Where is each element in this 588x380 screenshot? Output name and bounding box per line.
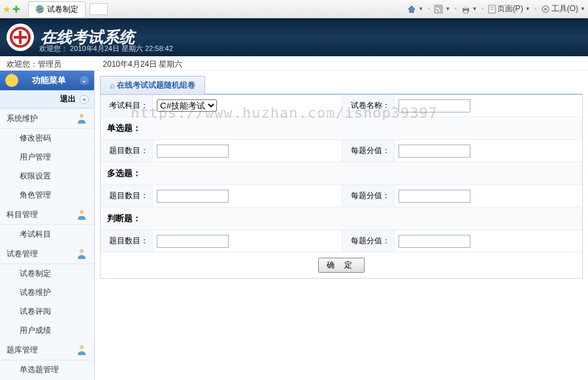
multi-score-input[interactable] [399, 190, 470, 203]
sidebar-item-single-choice[interactable]: 单选题管理 [0, 360, 94, 379]
section-system[interactable]: 系统维护 [0, 109, 94, 129]
section-paper[interactable]: 试卷管理 [0, 244, 94, 264]
multi-count-input[interactable] [157, 190, 229, 203]
info-date: 2010年4月24日 星期六 [103, 60, 182, 69]
browser-toolbar: ★ ✚ 试卷制定 ▼ • ▼ • ▼ • 页面(P) ▼ • 工具(O) ▼ [0, 0, 588, 18]
app-logo [7, 24, 34, 51]
browser-tab[interactable]: 试卷制定 [28, 1, 86, 17]
submit-button[interactable]: 确 定 [318, 258, 365, 273]
panel-body: 考试科目： C#技能考试 试卷名称： 单选题： 题目数目： 每题分值： 多选题： [100, 94, 583, 279]
judge-section-title: 判断题： [101, 207, 582, 230]
judge-count-label: 题目数目： [101, 230, 153, 252]
judge-score-input[interactable] [399, 235, 470, 248]
rss-button[interactable]: ▼ [434, 5, 450, 14]
logout-button[interactable]: 退出 « [0, 90, 94, 109]
app-header: 在线考试系统 欢迎您： 2010年4月24日 星期六 22:58:42 [0, 18, 588, 56]
multi-score-label: 每题分值： [342, 185, 395, 207]
ie-icon [35, 5, 44, 14]
subject-select[interactable]: C#技能考试 [157, 99, 217, 112]
expand-icon[interactable]: ⌄ [80, 76, 89, 85]
single-count-input[interactable] [157, 145, 229, 158]
sidebar-item-exam-subject[interactable]: 考试科目 [0, 225, 94, 244]
favorite-star-icon[interactable]: ★ [3, 4, 11, 14]
tab-title: 试卷制定 [47, 4, 78, 15]
sidebar-item-permissions[interactable]: 权限设置 [0, 167, 94, 186]
svg-point-11 [544, 8, 547, 10]
sidebar-item-paper-maintain[interactable]: 试卷维护 [0, 283, 94, 302]
pencil-icon [5, 74, 18, 87]
multi-section-title: 多选题： [101, 162, 582, 185]
svg-point-12 [80, 114, 84, 118]
welcome-text: 欢迎您：管理员 [7, 60, 61, 69]
page-menu[interactable]: 页面(P) ▼ [488, 3, 531, 14]
single-score-input[interactable] [399, 145, 470, 158]
empty-tab[interactable] [90, 3, 108, 15]
multi-count-label: 题目数目： [101, 185, 153, 207]
person-icon [76, 344, 88, 356]
home-button[interactable]: ▼ [407, 5, 423, 14]
sidebar: 功能菜单 ⌄ 退出 « 系统维护 修改密码 用户管理 权限设置 角色管理 科目管… [0, 71, 95, 380]
svg-point-3 [436, 10, 438, 12]
person-icon [76, 112, 88, 124]
menu-header[interactable]: 功能菜单 ⌄ [0, 71, 94, 90]
browser-right-tools: ▼ • ▼ • ▼ • 页面(P) ▼ • 工具(O) ▼ [407, 3, 585, 14]
svg-point-15 [80, 345, 84, 349]
panel-home-icon: ⌂ [110, 81, 114, 90]
single-score-label: 每题分值： [342, 140, 395, 162]
svg-point-0 [36, 5, 44, 13]
home-icon [407, 5, 416, 14]
single-count-label: 题目数目： [101, 140, 153, 162]
content-area: ⌂ 在线考试试题随机组卷 考试科目： C#技能考试 试卷名称： 单选题： 题目数… [95, 71, 588, 380]
svg-point-14 [80, 249, 84, 253]
add-favorite-icon[interactable]: ✚ [12, 4, 20, 14]
person-icon [76, 209, 88, 220]
panel-tab: ⌂ 在线考试试题随机组卷 [100, 76, 205, 94]
sidebar-item-paper-review[interactable]: 试卷评阅 [0, 302, 94, 321]
print-button[interactable]: ▼ [461, 5, 478, 14]
section-subject[interactable]: 科目管理 [0, 205, 94, 225]
sidebar-item-password[interactable]: 修改密码 [0, 129, 94, 148]
gear-icon [541, 5, 550, 14]
svg-point-13 [80, 210, 84, 214]
sidebar-item-paper-create[interactable]: 试卷制定 [0, 264, 94, 283]
paper-name-input[interactable] [399, 99, 470, 112]
judge-score-label: 每题分值： [342, 230, 395, 252]
svg-rect-5 [464, 6, 468, 9]
collapse-icon: « [80, 95, 89, 104]
sidebar-item-users[interactable]: 用户管理 [0, 148, 94, 167]
page-icon [488, 5, 496, 14]
person-icon [76, 248, 88, 260]
judge-count-input[interactable] [157, 235, 229, 248]
rss-icon [434, 5, 443, 14]
tools-menu[interactable]: 工具(O) ▼ [541, 3, 585, 14]
info-bar: 欢迎您：管理员 2010年4月24日 星期六 [0, 56, 588, 71]
paper-name-label: 试卷名称： [342, 95, 395, 116]
sidebar-item-roles[interactable]: 角色管理 [0, 186, 94, 205]
print-icon [461, 5, 470, 14]
sidebar-item-user-score[interactable]: 用户成绩 [0, 321, 94, 340]
section-bank[interactable]: 题库管理 [0, 340, 94, 360]
subject-label: 考试科目： [101, 95, 153, 116]
svg-rect-6 [464, 10, 468, 13]
single-section-title: 单选题： [101, 117, 582, 140]
banner-welcome: 欢迎您： 2010年4月24日 星期六 22:58:42 [39, 44, 173, 54]
